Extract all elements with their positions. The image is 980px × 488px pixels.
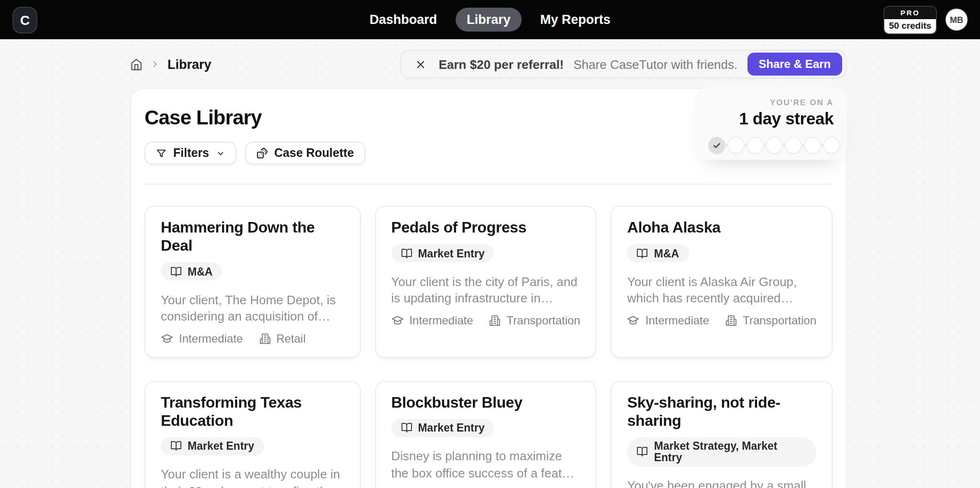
filters-button-label: Filters — [173, 146, 209, 160]
credits-label: 50 credits — [884, 19, 936, 33]
case-description: Disney is planning to maximize the box o… — [391, 448, 580, 481]
plan-credits-badge[interactable]: PRO 50 credits — [883, 5, 937, 34]
case-meta: Intermediate Transportation — [627, 313, 816, 327]
funnel-icon — [156, 148, 167, 158]
case-difficulty: Intermediate — [161, 332, 243, 345]
case-grid: Hammering Down the Deal M&A Your client,… — [145, 206, 833, 488]
case-industry: Retail — [259, 332, 305, 345]
book-open-icon — [637, 446, 648, 457]
case-card[interactable]: Pedals of Progress Market Entry Your cli… — [375, 206, 596, 357]
case-roulette-button[interactable]: Case Roulette — [245, 142, 366, 165]
case-description: Your client is the city of Paris, and is… — [391, 273, 580, 307]
case-title: Pedals of Progress — [391, 218, 580, 236]
case-type-tag: Market Strategy, Market Entry — [627, 437, 816, 466]
streak-title: 1 day streak — [708, 109, 834, 129]
streak-day-circle — [708, 137, 725, 154]
case-difficulty: Intermediate — [391, 313, 473, 327]
app: C Dashboard Library My Reports PRO 50 cr… — [0, 0, 980, 488]
case-type-tag: Market Entry — [161, 437, 264, 455]
plan-label: PRO — [884, 6, 936, 19]
book-open-icon — [401, 422, 412, 433]
nav-item-my-reports[interactable]: My Reports — [529, 8, 622, 32]
case-title: Hammering Down the Deal — [161, 218, 344, 255]
primary-nav: Dashboard Library My Reports — [358, 8, 622, 32]
case-type-tag: M&A — [627, 244, 689, 262]
case-difficulty: Intermediate — [627, 313, 709, 327]
chevron-right-icon — [150, 59, 160, 69]
case-title: Transforming Texas Education — [161, 393, 344, 429]
case-industry: Transportation — [725, 313, 816, 327]
case-description: Your client is Alaska Air Group, which h… — [627, 273, 816, 307]
close-icon[interactable] — [413, 56, 429, 72]
streak-day-circle — [785, 137, 802, 154]
case-description: Your client is a wealthy couple in their… — [161, 466, 344, 488]
streak-day-circle — [804, 137, 821, 154]
dice-icon — [256, 147, 267, 159]
case-type-tag-label: Market Entry — [418, 247, 484, 259]
streak-day-circle — [766, 137, 783, 154]
building-icon — [259, 333, 270, 344]
graduation-cap-icon — [627, 314, 640, 326]
streak-widget: YOU'RE ON A 1 day streak — [695, 87, 847, 160]
top-row: Library Earn $20 per referral! Share Cas… — [130, 50, 847, 78]
case-type-tag-label: Market Entry — [188, 440, 254, 452]
case-card[interactable]: Transforming Texas Education Market Entr… — [145, 380, 360, 488]
case-type-tag-label: Market Strategy, Market Entry — [654, 440, 807, 463]
case-type-tag-label: M&A — [188, 266, 212, 277]
check-icon — [712, 141, 722, 150]
breadcrumb: Library — [130, 57, 212, 71]
banner-message: Share CaseTutor with friends. — [573, 57, 737, 71]
breadcrumb-current: Library — [167, 57, 212, 71]
avatar-initials: MB — [950, 15, 963, 24]
case-roulette-button-label: Case Roulette — [274, 146, 354, 160]
app-logo-letter: C — [20, 12, 30, 27]
case-card[interactable]: Aloha Alaska M&A Your client is Alaska A… — [611, 206, 833, 357]
nav-item-library[interactable]: Library — [455, 8, 522, 32]
case-card[interactable]: Blockbuster Bluey Market Entry Disney is… — [375, 380, 596, 488]
case-description: Your client, The Home Depot, is consider… — [161, 291, 344, 325]
building-icon — [725, 314, 737, 326]
page-body: Library Earn $20 per referral! Share Cas… — [0, 39, 980, 488]
book-open-icon — [401, 247, 412, 259]
divider — [145, 184, 833, 185]
case-title: Aloha Alaska — [627, 218, 816, 236]
graduation-cap-icon — [391, 314, 403, 326]
book-open-icon — [170, 266, 182, 277]
case-description: You've been engaged by a small group wit… — [627, 477, 816, 488]
streak-kicker: YOU'RE ON A — [708, 98, 834, 107]
case-type-tag: Market Entry — [391, 419, 494, 437]
case-meta: Intermediate Retail — [161, 332, 344, 345]
filters-button[interactable]: Filters — [145, 142, 236, 165]
share-earn-button[interactable]: Share & Earn — [747, 53, 842, 76]
banner-highlight: Earn $20 per referral! — [439, 57, 564, 71]
case-type-tag-label: Market Entry — [418, 422, 484, 433]
case-meta: Intermediate Transportation — [391, 313, 580, 327]
case-card[interactable]: Hammering Down the Deal M&A Your client,… — [145, 206, 360, 357]
book-open-icon — [637, 247, 648, 259]
case-industry: Transportation — [490, 313, 580, 327]
streak-day-circle — [823, 137, 840, 154]
nav-item-dashboard[interactable]: Dashboard — [358, 8, 448, 32]
case-title: Blockbuster Bluey — [391, 393, 580, 411]
nav-right: PRO 50 credits MB — [883, 5, 968, 34]
streak-progress — [708, 137, 834, 154]
case-type-tag: Market Entry — [391, 244, 494, 262]
book-open-icon — [170, 440, 182, 452]
streak-day-circle — [727, 137, 745, 154]
streak-day-circle — [746, 137, 764, 154]
referral-banner: Earn $20 per referral! Share CaseTutor w… — [401, 50, 847, 78]
building-icon — [490, 314, 501, 326]
avatar[interactable]: MB — [946, 9, 968, 31]
top-nav: C Dashboard Library My Reports PRO 50 cr… — [0, 0, 980, 39]
home-icon[interactable] — [130, 58, 143, 70]
case-type-tag: M&A — [161, 262, 222, 280]
case-title: Sky-sharing, not ride-sharing — [627, 393, 816, 429]
app-logo[interactable]: C — [12, 6, 37, 33]
case-type-tag-label: M&A — [654, 247, 679, 259]
graduation-cap-icon — [161, 332, 173, 344]
chevron-down-icon — [216, 149, 224, 157]
case-card[interactable]: Sky-sharing, not ride-sharing Market Str… — [611, 380, 833, 488]
